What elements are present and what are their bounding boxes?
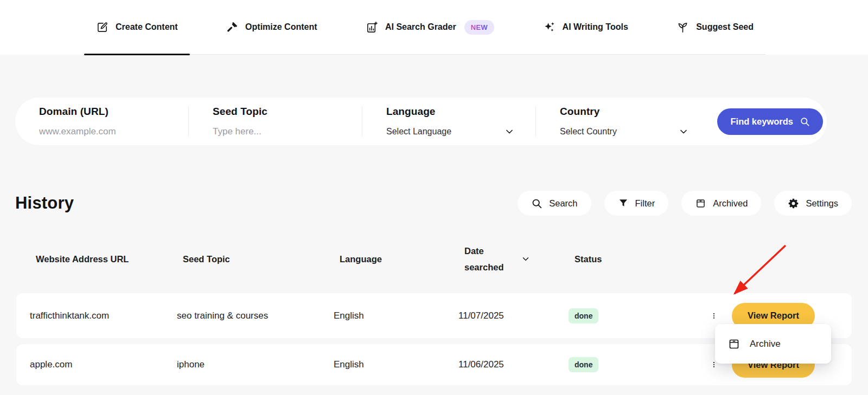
filter-button[interactable]: Filter	[604, 191, 669, 216]
tab-label: AI Search Grader	[385, 22, 456, 32]
hammer-icon	[226, 21, 238, 33]
context-menu-item-archive[interactable]: Archive	[750, 339, 781, 349]
bar-chart-icon	[366, 21, 378, 34]
chevron-down-icon	[504, 126, 515, 137]
tab-suggest-seed[interactable]: Suggest Seed	[665, 0, 765, 54]
gear-icon	[788, 198, 799, 209]
column-header-status: Status	[575, 254, 683, 264]
row-menu-kebab-icon[interactable]	[707, 308, 721, 324]
cell-website-url: trafficthinktank.com	[30, 310, 177, 321]
sort-chevron-down-icon	[521, 254, 570, 264]
language-field: Language Select Language	[362, 106, 536, 137]
cell-website-url: apple.com	[30, 359, 177, 370]
top-nav: Create Content Optimize Content AI Searc…	[0, 0, 868, 55]
country-select[interactable]: Select Country	[560, 126, 710, 137]
seed-topic-input[interactable]	[213, 126, 344, 137]
new-badge: NEW	[464, 20, 495, 35]
keyword-search-form: Domain (URL) Seed Topic Language Select …	[15, 98, 827, 145]
archived-button[interactable]: Archived	[681, 191, 761, 216]
cell-date-searched: 11/07/2025	[458, 310, 569, 321]
history-header: History Search Filter Archived Settings	[15, 191, 852, 216]
search-button[interactable]: Search	[518, 191, 591, 216]
country-select-value: Select Country	[560, 127, 617, 137]
domain-input[interactable]	[39, 126, 170, 137]
language-select[interactable]: Select Language	[386, 126, 535, 137]
search-button-label: Search	[549, 198, 577, 209]
seedling-icon	[676, 21, 689, 34]
filter-icon	[618, 198, 629, 209]
search-icon	[800, 116, 810, 127]
tab-label: Optimize Content	[245, 22, 317, 32]
column-header-website-url: Website Address URL	[36, 251, 183, 267]
tab-label: Create Content	[116, 22, 178, 32]
country-field: Country Select Country	[536, 106, 710, 137]
status-badge: done	[569, 357, 598, 372]
seed-topic-label: Seed Topic	[213, 106, 362, 118]
row-context-menu: Archive	[715, 324, 831, 364]
tab-label: Suggest Seed	[696, 22, 754, 32]
tab-ai-writing-tools[interactable]: AI Writing Tools	[531, 0, 640, 54]
tab-ai-search-grader[interactable]: AI Search Grader NEW	[354, 0, 506, 54]
archive-icon	[695, 198, 706, 209]
column-header-language: Language	[340, 254, 464, 264]
tab-label: AI Writing Tools	[563, 22, 628, 32]
search-icon	[531, 198, 542, 209]
language-select-value: Select Language	[386, 127, 451, 137]
cell-date-searched: 11/06/2025	[458, 359, 569, 370]
status-badge: done	[569, 308, 598, 323]
column-header-seed-topic: Seed Topic	[183, 254, 340, 264]
find-keywords-label: Find keywords	[730, 116, 793, 127]
language-label: Language	[386, 106, 535, 118]
tab-create-content[interactable]: Create Content	[84, 0, 190, 54]
filter-button-label: Filter	[635, 198, 655, 209]
settings-button[interactable]: Settings	[774, 191, 852, 216]
table-header-row: Website Address URL Seed Topic Language …	[16, 239, 852, 279]
cell-status: done	[569, 357, 677, 372]
chevron-down-icon	[678, 126, 689, 137]
domain-label: Domain (URL)	[39, 106, 188, 118]
settings-button-label: Settings	[806, 198, 838, 209]
cell-seed-topic: seo training & courses	[177, 310, 334, 321]
seed-topic-field: Seed Topic	[189, 106, 362, 137]
cell-language: English	[334, 310, 458, 321]
find-keywords-button[interactable]: Find keywords	[717, 108, 823, 135]
cell-status: done	[569, 308, 677, 323]
archive-icon	[727, 338, 741, 351]
column-header-date-searched[interactable]: Date searched	[464, 243, 575, 275]
tab-optimize-content[interactable]: Optimize Content	[214, 0, 329, 54]
edit-icon	[96, 21, 108, 34]
country-label: Country	[560, 106, 710, 118]
cell-seed-topic: iphone	[177, 359, 334, 370]
tab-bar: Create Content Optimize Content AI Searc…	[84, 0, 765, 55]
domain-field: Domain (URL)	[15, 106, 189, 137]
history-toolbar: Search Filter Archived Settings	[518, 191, 852, 216]
archived-button-label: Archived	[713, 198, 748, 209]
sparkles-icon	[543, 21, 556, 34]
cell-language: English	[334, 359, 458, 370]
page-title: History	[15, 193, 74, 213]
